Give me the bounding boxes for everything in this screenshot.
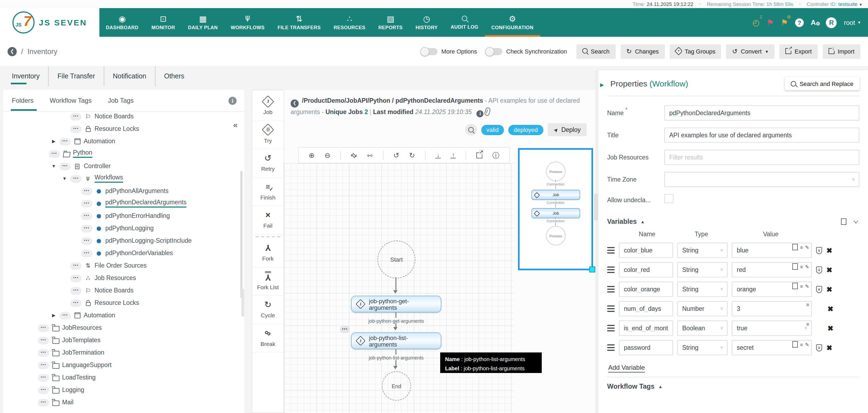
drag-handle-icon[interactable] — [607, 344, 615, 351]
session-clock-icon[interactable]: ◴1 — [752, 18, 760, 27]
tree-item-pdpythonlogging-scriptinclude[interactable]: pdPythonLogging-ScriptInclude — [3, 235, 244, 247]
item-menu-dots-icon[interactable] — [81, 200, 92, 207]
item-menu-dots-icon[interactable] — [70, 113, 82, 120]
search-button[interactable] — [465, 124, 477, 136]
node-menu-dots[interactable] — [340, 326, 350, 333]
language-settings-icon[interactable]: A⚙ — [811, 19, 819, 27]
tree-item-python[interactable]: Python — [3, 148, 244, 160]
edit-icon[interactable]: ✎ — [805, 284, 809, 289]
edit-icon[interactable]: ✎ — [805, 245, 809, 250]
variable-name-field[interactable] — [619, 301, 673, 316]
item-menu-dots-icon[interactable] — [81, 237, 92, 245]
expand-down-icon[interactable]: ▼ — [51, 164, 57, 169]
toolbox-item-fail[interactable]: ×Fail — [252, 206, 284, 235]
nav-item-configuration[interactable]: CONFIGURATION — [485, 8, 540, 37]
item-menu-dots-icon[interactable] — [81, 249, 92, 257]
nav-item-history[interactable]: HISTORY — [409, 8, 444, 37]
expand-right-icon[interactable]: ▶ — [51, 313, 57, 318]
variable-type-select[interactable] — [677, 340, 727, 355]
toolbox-item-retry[interactable]: ↺Retry — [252, 149, 284, 178]
tree-item-file-order-sources[interactable]: File Order Sources — [3, 260, 244, 272]
tree-item-pdpythonlogging[interactable]: pdPythonLogging — [3, 222, 244, 235]
variable-name-field[interactable] — [619, 340, 673, 355]
zoom-in-icon[interactable]: ⊕ — [309, 152, 315, 159]
rot-cw-icon[interactable]: ↻ — [409, 152, 415, 159]
copy-icon[interactable] — [793, 341, 798, 349]
item-menu-dots-icon[interactable] — [81, 225, 92, 232]
remove-variable-icon[interactable]: ✖ — [828, 305, 833, 312]
remove-variable-icon[interactable]: ✖ — [828, 325, 833, 332]
info-icon[interactable]: ⓘ — [492, 152, 499, 159]
nav-item-reports[interactable]: REPORTS — [372, 8, 409, 37]
tree-item-jobtermination[interactable]: JobTermination — [3, 347, 244, 359]
minimap-resize-handle[interactable] — [589, 266, 595, 272]
variable-type-select[interactable] — [677, 243, 727, 258]
expand-down-icon[interactable]: ▼ — [62, 176, 67, 181]
shield-icon[interactable]: ¥ — [816, 286, 822, 293]
info-icon[interactable]: i — [228, 96, 237, 105]
drag-handle-icon[interactable] — [607, 325, 615, 332]
item-menu-dots-icon[interactable] — [81, 212, 92, 220]
drag-handle-icon[interactable] — [607, 247, 615, 254]
app-logo[interactable]: JS 7 JS SEVEN — [0, 8, 99, 37]
toolbox-item-cycle[interactable]: ↻Cycle — [252, 296, 284, 324]
list-icon[interactable]: ≡ — [806, 322, 809, 327]
tree-item-loadtesting[interactable]: LoadTesting — [3, 372, 244, 384]
item-menu-dots-icon[interactable] — [81, 187, 92, 195]
item-menu-dots-icon[interactable] — [38, 349, 49, 356]
item-menu-dots-icon[interactable] — [70, 287, 82, 294]
tab-others[interactable]: Others — [155, 66, 193, 87]
check-synchronization-toggle[interactable]: Check Synchronization — [486, 48, 567, 55]
toggle-track[interactable] — [421, 48, 437, 55]
job-node-get-arguments[interactable]: J job-python-get-arguments — [351, 296, 441, 313]
toggle-track[interactable] — [486, 48, 502, 55]
unique-jobs-value[interactable]: 2 — [365, 108, 368, 115]
job-node-list-arguments[interactable]: J job-python-list-arguments — [351, 332, 441, 349]
tab-inventory[interactable]: Inventory — [3, 66, 48, 87]
tree-item-pdpythonerrorhandling[interactable]: pdPythonErrorHandling — [3, 210, 244, 222]
shield-icon[interactable]: ¥ — [816, 344, 822, 351]
tree-item-automation[interactable]: ▶Automation — [3, 309, 244, 322]
tree-item-job-resources[interactable]: Job Resources — [3, 272, 244, 284]
list-icon[interactable]: ≡ — [800, 284, 803, 289]
item-menu-dots-icon[interactable] — [70, 262, 82, 269]
toolbox-item-break[interactable]: ∞Break — [252, 324, 284, 353]
variable-type-select[interactable] — [677, 282, 727, 297]
paperclip-icon[interactable] — [484, 107, 491, 116]
variable-type-select[interactable] — [677, 321, 727, 336]
service-flag-icon[interactable]: ⚑⚙ — [781, 18, 788, 27]
collapse-section-icon[interactable]: ▲ — [658, 384, 663, 389]
item-menu-dots-icon[interactable] — [38, 324, 49, 332]
item-menu-dots-icon[interactable] — [38, 361, 49, 369]
download-icon[interactable]: ↓ — [436, 152, 441, 158]
remove-variable-icon[interactable]: ✖ — [827, 247, 832, 254]
copy-icon[interactable] — [793, 263, 798, 271]
end-node[interactable]: End — [382, 372, 411, 401]
item-menu-dots-icon[interactable] — [70, 299, 82, 307]
drag-handle-icon[interactable] — [607, 266, 615, 273]
drag-handle-icon[interactable] — [607, 286, 615, 293]
collapse-sidebar-icon[interactable]: « — [233, 120, 238, 129]
tree-item-pdpythondeclaredarguments[interactable]: pdPythonDeclaredArguments — [3, 197, 244, 210]
tree-item-notice-boards[interactable]: Notice Boards — [3, 110, 244, 123]
variable-type-select[interactable] — [677, 301, 727, 316]
allow-undeclared-checkbox[interactable] — [664, 194, 674, 203]
item-menu-dots-icon[interactable] — [59, 312, 71, 319]
tree-item-automation[interactable]: ▶Automation — [3, 135, 244, 148]
convert-button[interactable]: ↺Convert▼ — [726, 44, 775, 59]
sidebar-tab-job-tags[interactable]: Job Tags — [107, 90, 135, 111]
help-icon[interactable]: ? — [795, 18, 804, 27]
collapse-properties-icon[interactable]: ▶ — [598, 76, 606, 94]
item-menu-dots-icon[interactable] — [38, 399, 49, 406]
name-field[interactable] — [664, 106, 859, 121]
sidebar-tab-folders[interactable]: Folders — [11, 90, 35, 111]
tab-file-transfer[interactable]: File Transfer — [48, 66, 104, 87]
remove-variable-icon[interactable]: ✖ — [827, 266, 832, 273]
changes-button[interactable]: ↻Changes — [620, 44, 664, 59]
expand-right-icon[interactable]: ▶ — [51, 139, 57, 144]
nav-item-dashboard[interactable]: DASHBOARD — [99, 8, 145, 37]
item-menu-dots-icon[interactable] — [70, 274, 82, 282]
copy-icon[interactable] — [793, 244, 798, 252]
time-zone-select[interactable] — [664, 172, 859, 187]
list-icon[interactable]: ≡ — [806, 302, 809, 307]
